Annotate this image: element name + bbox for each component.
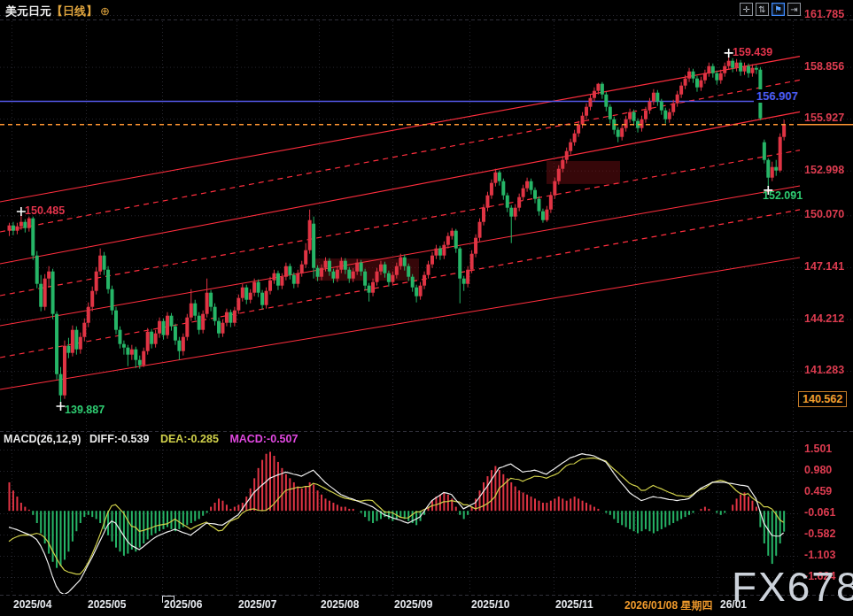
price-tick-label: 147.141 [804, 260, 844, 273]
pan-icon[interactable]: ✛ [740, 3, 753, 16]
time-tick-label: 2025/09 [394, 598, 432, 611]
chart-window: 美元日元【日线】⊕ ✛⇅⚑⇥ 150.485 139.887 159.439 1… [0, 0, 853, 616]
price-tick-label: 150.070 [804, 208, 844, 220]
price-tick-label: 155.927 [804, 112, 844, 124]
time-tick-label: 2025/07 [238, 598, 276, 611]
macd-tick-label: 0.459 [804, 485, 832, 497]
macd-tick-label: 1.501 [804, 443, 832, 455]
time-tick-label: 2025/05 [88, 598, 126, 611]
time-tick-label: 2025/10 [471, 598, 509, 611]
macd-header: MACD(26,12,9) DIFF:-0.539 DEA:-0.285 MAC… [4, 433, 298, 445]
time-tick-label: 2025/08 [321, 598, 359, 611]
flag-marker-icon[interactable]: ⚑ [772, 3, 785, 16]
period-tag[interactable]: 【日线】 [51, 4, 97, 18]
price-tick-label: 161.785 [804, 8, 844, 20]
add-indicator-icon[interactable]: ⊕ [100, 4, 110, 18]
price-tick-label: 141.283 [804, 364, 844, 376]
macd-tick-label: -0.061 [804, 506, 835, 519]
swing-low-label-jan: 152.091 [763, 189, 803, 202]
swing-low-label-april: 139.887 [65, 404, 105, 416]
chart-toolbar: ✛⇅⚑⇥ [740, 3, 801, 16]
swing-high-label-april: 150.485 [25, 204, 65, 217]
fx678-watermark: FX678 [732, 563, 853, 611]
move-right-icon[interactable]: ⇥ [787, 3, 801, 16]
bottom-price-box: 140.562 [798, 391, 847, 407]
instrument-title: 美元日元【日线】⊕ [5, 4, 110, 19]
symbol-name: 美元日元 [5, 4, 51, 18]
macd-param-label: MACD(26,12,9) [4, 433, 81, 445]
price-tick-label: 158.856 [804, 60, 844, 73]
macd-tick-label: -1.103 [804, 549, 835, 561]
date-cursor-label: 2026/01/08 星期四 [624, 598, 712, 613]
price-tick-label: 152.998 [804, 164, 844, 176]
axis-scale-icon[interactable]: ⇅ [756, 3, 769, 16]
macd-dea-value: DEA:-0.285 [160, 433, 219, 445]
swing-high-label-jan: 159.439 [733, 46, 772, 58]
macd-macd-value: MACD:-0.507 [229, 433, 298, 445]
blue-level-label: 156.907 [754, 89, 801, 103]
time-tick-label: 2025/04 [13, 598, 51, 611]
axis-scroll-handle[interactable] [162, 596, 174, 603]
macd-tick-label: 0.980 [804, 464, 832, 476]
macd-diff-value: DIFF:-0.539 [89, 433, 149, 445]
price-tick-label: 144.212 [804, 312, 844, 325]
chart-canvas[interactable] [0, 0, 853, 616]
time-tick-label: 2025/11 [555, 598, 593, 611]
macd-tick-label: -0.582 [804, 527, 835, 540]
